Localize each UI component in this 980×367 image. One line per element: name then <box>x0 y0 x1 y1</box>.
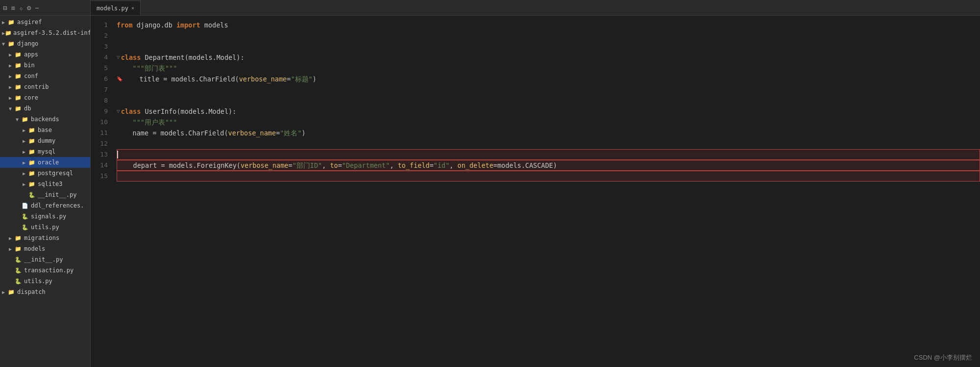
code-token: ) <box>302 128 306 138</box>
tree-item-backends[interactable]: ▼📁backends <box>0 114 90 125</box>
layout-icon[interactable]: ⊟ <box>3 4 7 12</box>
code-token: "姓名" <box>280 128 301 138</box>
folder-arrow: ▶ <box>9 95 15 101</box>
line-number: 5 <box>91 63 108 74</box>
tree-item-models[interactable]: ▶📁models <box>0 243 90 254</box>
folder-icon: 📁 <box>28 127 36 133</box>
tree-item-asgiref-dist[interactable]: ▶📁asgiref-3.5.2.dist-info <box>0 27 90 38</box>
fold-arrow-icon: ▽ <box>117 52 120 63</box>
code-line <box>117 41 980 52</box>
code-token: , <box>390 160 397 171</box>
code-token: verbose_name <box>241 160 289 171</box>
tree-item-label: transaction.py <box>24 267 74 274</box>
code-token <box>117 63 133 74</box>
tree-item-ddl_references[interactable]: 📄ddl_references. <box>0 200 90 211</box>
code-token: class <box>121 52 141 63</box>
code-token: django.db <box>133 20 176 30</box>
code-line: ▽class Department(models.Model): <box>117 52 980 63</box>
py-file-icon: 🐍 <box>28 192 36 198</box>
tree-item-db[interactable]: ▼📁db <box>0 103 90 114</box>
folder-arrow: ▶ <box>23 160 28 165</box>
code-token: "id" <box>434 160 450 171</box>
tree-item-base[interactable]: ▶📁base <box>0 125 90 135</box>
tree-item-label: dispatch <box>17 288 46 295</box>
code-token: = <box>287 74 291 84</box>
folder-icon: 📁 <box>15 62 23 69</box>
folder-icon: 📁 <box>15 52 23 58</box>
code-token: on_delete <box>458 160 493 171</box>
tab-close-button[interactable]: × <box>131 5 134 11</box>
line-number: 12 <box>91 138 108 149</box>
tree-item-django[interactable]: ▼📁django <box>0 38 90 49</box>
tree-item-label: oracle <box>38 159 59 166</box>
tree-item-utils2[interactable]: 🐍utils.py <box>0 276 90 287</box>
code-token: =models.CASCADE) <box>493 160 557 171</box>
folder-icon: 📁 <box>15 84 23 90</box>
code-line <box>117 84 980 95</box>
py-file-icon: 🐍 <box>15 278 23 285</box>
settings-icon[interactable]: ⚙ <box>27 4 31 12</box>
minimize-icon[interactable]: − <box>35 4 39 12</box>
tree-item-core[interactable]: ▶📁core <box>0 92 90 103</box>
tree-item-label: base <box>38 127 52 133</box>
code-token: import <box>176 20 200 30</box>
tree-item-label: sqlite3 <box>38 181 63 187</box>
tree-item-migrations[interactable]: ▶📁migrations <box>0 233 90 243</box>
tree-item-postgresql[interactable]: ▶📁postgresql <box>0 168 90 179</box>
line-number: 13 <box>91 149 108 160</box>
code-token: class <box>121 106 141 117</box>
line-number: 6 <box>91 74 108 84</box>
line-number: 7 <box>91 84 108 95</box>
folder-arrow: ▶ <box>9 236 15 241</box>
editor-tabs: models.py × <box>91 0 980 16</box>
folder-arrow: ▶ <box>9 74 15 79</box>
tree-item-label: bin <box>24 62 35 69</box>
code-line: """部门表""" <box>117 63 980 74</box>
code-token: "部门ID" <box>293 160 322 171</box>
tree-item-label: conf <box>24 73 38 79</box>
tree-item-dispatch[interactable]: ▶📁dispatch <box>0 287 90 297</box>
tree-item-signals[interactable]: 🐍signals.py <box>0 211 90 222</box>
line-number: 4 <box>91 52 108 63</box>
folder-icon: 📁 <box>15 235 23 241</box>
code-area[interactable]: from django.db import models▽class Depar… <box>113 20 980 363</box>
line-number: 9 <box>91 106 108 117</box>
tree-item-__init__py2[interactable]: 🐍__init__.py <box>0 254 90 265</box>
tree-item-utils[interactable]: 🐍utils.py <box>0 222 90 233</box>
folder-arrow: ▶ <box>23 149 28 155</box>
sort-icon[interactable]: ≡ <box>11 4 15 12</box>
tree-item-sqlite3[interactable]: ▶📁sqlite3 <box>0 179 90 189</box>
sidebar-toolbar: ⊟ ≡ ⬦ ⚙ − <box>0 0 90 16</box>
folder-icon: 📁 <box>28 170 36 177</box>
split-icon[interactable]: ⬦ <box>19 4 23 12</box>
folder-icon: 📁 <box>28 138 36 144</box>
line-numbers: 123456789101112131415 <box>91 20 113 363</box>
folder-arrow: ▶ <box>9 52 15 57</box>
tree-item-__init__py[interactable]: 🐍__init__.py <box>0 189 90 200</box>
code-token: """部门表""" <box>133 63 177 74</box>
tree-item-label: ddl_references. <box>31 202 84 209</box>
tab-filename: models.py <box>97 5 128 12</box>
tree-item-asgiref[interactable]: ▶📁asgiref <box>0 17 90 27</box>
tree-item-transaction[interactable]: 🐍transaction.py <box>0 265 90 276</box>
tree-item-label: backends <box>31 116 59 123</box>
folder-icon: 📁 <box>15 246 23 252</box>
folder-arrow: ▶ <box>23 182 28 187</box>
tree-item-apps[interactable]: ▶📁apps <box>0 49 90 60</box>
models-py-tab[interactable]: models.py × <box>91 0 141 15</box>
tree-item-dummy[interactable]: ▶📁dummy <box>0 135 90 146</box>
folder-arrow: ▶ <box>9 63 15 68</box>
code-token: title = models.CharField( <box>123 74 239 84</box>
folder-icon: 📁 <box>8 19 16 26</box>
tree-item-contrib[interactable]: ▶📁contrib <box>0 81 90 92</box>
code-token: = <box>276 128 280 138</box>
tree-item-mysql[interactable]: ▶📁mysql <box>0 146 90 157</box>
folder-arrow: ▶ <box>9 84 15 90</box>
tree-item-conf[interactable]: ▶📁conf <box>0 71 90 81</box>
line-number: 3 <box>91 41 108 52</box>
tree-item-label: postgresql <box>38 170 73 177</box>
code-token: "Department" <box>342 160 390 171</box>
tree-item-bin[interactable]: ▶📁bin <box>0 60 90 71</box>
tree-item-label: mysql <box>38 148 55 155</box>
tree-item-oracle[interactable]: ▶📁oracle <box>0 157 90 168</box>
